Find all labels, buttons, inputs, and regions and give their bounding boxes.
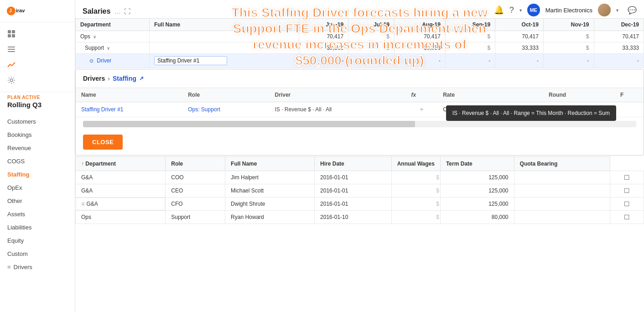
checkbox-icon[interactable]: ☐ — [624, 200, 630, 208]
help-caret[interactable]: ▾ — [519, 8, 522, 13]
wages-cell: 125,000 — [440, 171, 514, 184]
col-round: Round — [543, 88, 615, 102]
sidebar-item-staffing[interactable]: Staffing — [0, 168, 75, 181]
col-f: F — [615, 88, 644, 102]
value-cell: 70,417 — [594, 31, 644, 42]
value-cell: $ — [445, 42, 495, 54]
staffing-breadcrumb[interactable]: Staffing — [113, 75, 136, 82]
sidebar-item-other[interactable]: Other — [0, 194, 75, 208]
quota-cell[interactable]: ☐ — [610, 211, 644, 224]
termdate-cell — [514, 211, 610, 224]
svg-rect-4 — [12, 30, 15, 33]
quota-cell[interactable]: ☐ — [610, 171, 644, 184]
notification-icon[interactable]: 🔔 — [494, 5, 504, 15]
quota-cell[interactable]: ☐ — [610, 184, 644, 198]
sidebar-item-opex[interactable]: OpEx — [0, 181, 75, 194]
list-icon[interactable] — [0, 42, 75, 57]
horizontal-scrollbar[interactable] — [83, 121, 636, 127]
logo[interactable]: J irav — [0, 0, 75, 22]
hiredate-cell: 2016-01-01 — [315, 171, 392, 184]
quota-cell[interactable]: ☐ — [610, 198, 644, 211]
table-row: G&A COO Jim Halpert 2016-01-01 $ 125,000… — [76, 171, 644, 184]
table-row: Ops Support Ryan Howard 2016-01-10 $ 80,… — [76, 211, 644, 224]
staffing-table-wrapper: Department Role Full Name Hire Date Annu… — [75, 156, 644, 224]
driver-name[interactable]: Staffing Driver #1 — [76, 102, 182, 117]
svg-rect-3 — [8, 30, 11, 33]
driver-name-cell[interactable] — [149, 54, 299, 68]
name-cell — [149, 31, 299, 42]
col-quotabearing[interactable]: Quota Bearing — [514, 157, 610, 171]
sidebar-item-custom[interactable]: Custom — [0, 247, 75, 260]
driver-value: - — [299, 54, 348, 68]
svg-rect-9 — [8, 51, 15, 52]
user-badge[interactable]: ME — [527, 4, 540, 16]
sidebar-item-equity[interactable]: Equity — [0, 234, 75, 247]
scrollbar-thumb[interactable] — [83, 121, 415, 127]
hamburger-icon: ≡ — [7, 264, 11, 270]
company-name[interactable]: Martin Electronics — [545, 7, 592, 14]
user-avatar[interactable] — [598, 4, 611, 16]
sidebar-item-revenue[interactable]: Revenue — [0, 141, 75, 155]
svg-rect-5 — [8, 34, 11, 37]
currency-sign: $ — [391, 171, 440, 184]
driver-role[interactable]: Ops: Support — [182, 102, 269, 117]
value-cell: 33,333 — [299, 42, 348, 54]
checkbox-icon[interactable]: ☐ — [624, 174, 630, 181]
sidebar-top-icons — [0, 22, 75, 92]
col-jun19: Jun-19 — [299, 19, 348, 31]
salaries-table-wrapper: Department Full Name Jun-19 Jul-19 Aug-1… — [75, 18, 644, 68]
external-link-icon[interactable]: ↗ — [139, 75, 144, 82]
currency-sign: $ — [391, 184, 440, 198]
sidebar-item-cogs[interactable]: COGS — [0, 155, 75, 168]
salaries-title: Salaries — [83, 7, 110, 16]
col-annualwages[interactable]: Annual Wages — [391, 157, 440, 171]
drivers-breadcrumb-label: Drivers — [83, 75, 105, 82]
driver-value: - — [495, 54, 544, 68]
col-department[interactable]: Department — [76, 157, 166, 171]
value-cell: 70,417 — [299, 31, 348, 42]
wages-cell: 80,000 — [440, 211, 514, 224]
drivers-panel-header: Drivers › Staffing ↗ — [76, 69, 644, 88]
settings-icon[interactable] — [0, 73, 75, 88]
sidebar-item-bookings[interactable]: Bookings — [0, 128, 75, 141]
dept-cell: Support ∨ — [76, 42, 150, 54]
topbar: 🔔 ? ▾ ME Martin Electronics ▾ 💬 — [487, 0, 644, 20]
col-nov19: Nov-19 — [543, 19, 594, 31]
driver-value: - — [543, 54, 594, 68]
user-caret[interactable]: ▾ — [616, 8, 618, 13]
driver-driver[interactable]: IS · Revenue $ · All · All — [270, 102, 406, 117]
salaries-menu[interactable]: … — [114, 8, 120, 15]
currency-sign: $ — [391, 211, 440, 224]
role-cell: COO — [166, 171, 225, 184]
trend-icon[interactable] — [0, 57, 75, 73]
col-dec19: Dec-19 — [594, 19, 644, 31]
col-department: Department — [76, 19, 150, 31]
expand-icon[interactable]: ⛶ — [124, 8, 130, 15]
svg-rect-8 — [8, 49, 15, 50]
col-termdate[interactable]: Term Date — [440, 157, 514, 171]
checkbox-icon[interactable]: ☐ — [624, 187, 630, 194]
sidebar-item-drivers[interactable]: ≡ Drivers — [0, 260, 75, 274]
col-fullname[interactable]: Full Name — [225, 157, 315, 171]
help-icon[interactable]: ? — [509, 5, 514, 15]
driver-tooltip-popup: IS · Revenue $ · All · All · Range = Thi… — [446, 105, 616, 121]
col-aug19: Aug-19 — [395, 19, 446, 31]
chevron-down-icon[interactable]: ∨ — [107, 46, 110, 51]
message-icon[interactable]: 💬 — [628, 6, 637, 15]
sidebar-item-customers[interactable]: Customers — [0, 115, 75, 128]
close-button[interactable]: CLOSE — [83, 135, 123, 150]
tooltip-text: IS · Revenue $ · All · All · Range = Thi… — [446, 105, 616, 121]
chevron-down-icon[interactable]: ∨ — [93, 34, 96, 39]
col-fullname: Full Name — [149, 19, 299, 31]
grid-icon[interactable] — [0, 26, 75, 42]
sidebar-item-assets[interactable]: Assets — [0, 208, 75, 221]
checkbox-icon[interactable]: ☐ — [624, 213, 630, 221]
value-cell: 33,333 — [395, 42, 446, 54]
drivers-table-wrapper: Name Role Driver fx Rate Round F Staffin… — [76, 88, 644, 117]
hiredate-cell: 2016-01-01 — [315, 198, 392, 211]
sidebar-item-liabilities[interactable]: Liabilities — [0, 221, 75, 234]
col-role[interactable]: Role — [166, 157, 225, 171]
driver-name-input[interactable] — [154, 56, 227, 65]
col-hiredate[interactable]: Hire Date — [315, 157, 392, 171]
col-rate: Rate — [437, 88, 543, 102]
